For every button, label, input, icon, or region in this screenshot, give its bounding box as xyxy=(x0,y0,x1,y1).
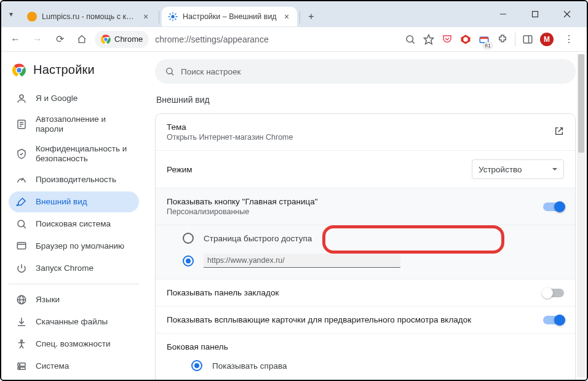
chrome-logo-icon xyxy=(12,63,26,77)
savings-icon[interactable]: 81 xyxy=(478,33,490,46)
bookmark-icon[interactable] xyxy=(423,33,435,46)
svg-line-6 xyxy=(175,18,176,20)
power-icon xyxy=(16,263,27,274)
home-button-title: Показывать кнопку "Главная страница" xyxy=(167,197,536,206)
bookmarks-bar-title: Показывать панель закладок xyxy=(167,288,536,297)
settings-main: Поиск настроек Внешний вид Тема Открыть … xyxy=(144,52,587,380)
home-button-toggle[interactable] xyxy=(543,203,564,211)
nav-separator xyxy=(9,284,139,284)
mode-select[interactable]: Устройство xyxy=(472,159,564,179)
extensions-icon[interactable] xyxy=(496,33,509,46)
sidebar-item-a11y[interactable]: Спец. возможности xyxy=(9,334,139,355)
sidebar-item-power[interactable]: Запуск Chrome xyxy=(9,258,139,279)
globe-icon xyxy=(16,294,27,305)
brush-icon xyxy=(16,196,27,207)
sidebar-item-label: Скачанные файлы xyxy=(36,317,108,327)
sidebar-item-label: Запуск Chrome xyxy=(36,263,93,273)
theme-subtitle: Открыть Интернет-магазин Chrome xyxy=(167,133,547,142)
download-icon xyxy=(16,316,27,327)
radio-icon xyxy=(183,255,194,267)
sidebar-item-reset[interactable]: Сбросить настройки xyxy=(9,378,139,380)
sidebar-item-privacy[interactable]: Конфиденциальность и безопасность xyxy=(9,140,139,168)
bookmarks-bar-row: Показывать панель закладок xyxy=(156,279,575,307)
browser-toolbar: ← → ⟳ Chrome chrome://settings/appearanc… xyxy=(1,27,587,52)
url-text: chrome://settings/appearance xyxy=(155,34,268,44)
sidepanel-icon[interactable] xyxy=(522,33,534,46)
svg-point-47 xyxy=(167,68,172,74)
forward-button[interactable]: → xyxy=(28,30,47,49)
svg-line-35 xyxy=(23,226,26,228)
custom-url-input[interactable] xyxy=(204,254,400,268)
svg-point-42 xyxy=(21,340,23,342)
pocket-icon[interactable] xyxy=(441,33,453,46)
section-label: Внешний вид xyxy=(156,95,576,105)
hover-cards-title: Показывать всплывающие карточки для пред… xyxy=(167,315,536,324)
kebab-menu[interactable]: ⋮ xyxy=(560,30,578,49)
svg-rect-22 xyxy=(480,37,488,39)
close-button[interactable] xyxy=(554,4,581,24)
side-left-radio[interactable]: Показывать слева xyxy=(191,376,564,380)
home-button-options: Страница быстрого доступа xyxy=(156,225,575,279)
ntp-radio-label: Страница быстрого доступа xyxy=(204,234,312,243)
tab-title: Настройки – Внешний вид xyxy=(183,12,277,21)
user-icon xyxy=(16,93,27,104)
reload-button[interactable]: ⟳ xyxy=(50,30,69,49)
bookmarks-bar-toggle[interactable] xyxy=(543,289,564,297)
search-icon xyxy=(165,66,175,76)
svg-line-17 xyxy=(412,41,415,44)
sidebar-item-download[interactable]: Скачанные файлы xyxy=(9,311,139,332)
svg-point-28 xyxy=(20,95,23,98)
profile-avatar[interactable]: M xyxy=(540,33,554,46)
back-button[interactable]: ← xyxy=(6,30,25,49)
svg-line-48 xyxy=(172,73,173,75)
tab-title: Lumpics.ru - помощь с компь xyxy=(42,12,137,21)
sidebar-item-search[interactable]: Поисковая система xyxy=(9,214,139,235)
tab-search-button[interactable]: ▾ xyxy=(4,10,18,18)
maximize-button[interactable] xyxy=(522,4,549,24)
side-panel-row: Боковая панель Показывать справа Показыв… xyxy=(156,334,575,380)
adblock-icon[interactable] xyxy=(459,33,472,46)
sidebar-item-browser[interactable]: Браузер по умолчанию xyxy=(9,236,139,257)
new-tab-button[interactable]: + xyxy=(303,8,320,25)
sidebar-item-autofill[interactable]: Автозаполнение и пароли xyxy=(9,110,139,138)
address-bar[interactable]: chrome://settings/appearance xyxy=(153,34,397,44)
svg-line-7 xyxy=(170,18,171,20)
settings-search[interactable]: Поиск настроек xyxy=(155,59,576,84)
sidebar-item-system[interactable]: Система xyxy=(9,356,139,377)
ntp-radio-row[interactable]: Страница быстрого доступа xyxy=(183,228,564,249)
theme-row[interactable]: Тема Открыть Интернет-магазин Chrome xyxy=(156,114,575,151)
minimize-button[interactable] xyxy=(490,4,517,24)
sidebar-item-user[interactable]: Я и Google xyxy=(9,88,139,109)
home-button[interactable] xyxy=(73,30,91,49)
tab-settings[interactable]: Настройки – Внешний вид × xyxy=(162,7,297,26)
svg-point-0 xyxy=(171,15,174,18)
sidebar-item-perf[interactable]: Производительность xyxy=(9,169,139,190)
sidebar-item-brush[interactable]: Внешний вид xyxy=(9,191,139,212)
tab-lumpics[interactable]: Lumpics.ru - помощь с компь × xyxy=(21,7,156,26)
tab-separator xyxy=(159,11,159,23)
settings-brand: Настройки xyxy=(9,58,139,88)
svg-rect-23 xyxy=(523,36,532,43)
mode-row: Режим Устройство xyxy=(156,151,575,188)
settings-favicon xyxy=(168,12,178,22)
custom-url-radio-row[interactable] xyxy=(183,249,564,273)
search-in-page-icon[interactable] xyxy=(404,33,416,46)
privacy-icon xyxy=(16,148,27,159)
scrollbar-thumb[interactable] xyxy=(578,54,584,153)
settings-content: Настройки Я и GoogleАвтозаполнение и пар… xyxy=(1,52,587,380)
svg-line-8 xyxy=(175,14,176,15)
side-right-radio[interactable]: Показывать справа xyxy=(191,355,564,376)
svg-rect-36 xyxy=(17,243,26,249)
hover-cards-row: Показывать всплывающие карточки для пред… xyxy=(156,307,575,334)
sidebar-item-globe[interactable]: Языки xyxy=(9,289,139,310)
radio-icon xyxy=(183,233,194,244)
hover-cards-toggle[interactable] xyxy=(543,316,564,324)
page-scrollbar[interactable] xyxy=(577,54,586,377)
close-icon[interactable]: × xyxy=(282,12,291,21)
radio-icon xyxy=(191,360,202,371)
external-link-icon xyxy=(554,126,564,138)
close-icon[interactable]: × xyxy=(141,12,150,21)
home-button-subtitle: Персонализированные xyxy=(167,207,536,216)
url-chip[interactable]: Chrome xyxy=(95,31,149,48)
sidebar-item-label: Система xyxy=(36,361,69,371)
